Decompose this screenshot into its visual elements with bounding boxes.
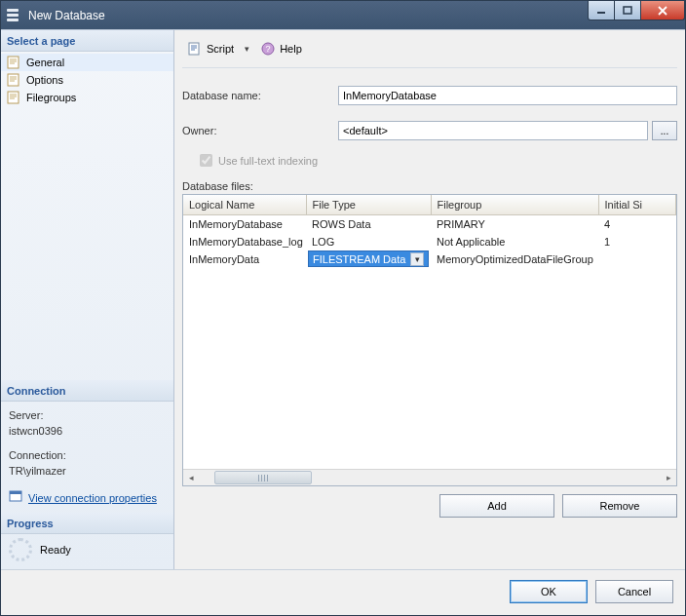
toolbar: Script ▾ ? Help (182, 36, 677, 67)
ok-button[interactable]: OK (510, 580, 588, 603)
filetype-dropdown[interactable]: FILESTREAM Data ▾ (308, 250, 429, 267)
page-icon (7, 91, 22, 104)
progress-header: Progress (1, 513, 173, 534)
database-files-label: Database files: (182, 180, 677, 192)
chevron-down-icon[interactable]: ▾ (410, 252, 424, 266)
new-database-window: New Database Select a page General Optio… (0, 0, 686, 616)
select-page-header: Select a page (1, 30, 173, 52)
dialog-footer: OK Cancel (1, 569, 685, 615)
page-icon (7, 73, 22, 87)
svg-rect-1 (624, 7, 631, 14)
progress-status: Ready (40, 544, 71, 556)
maximize-button[interactable] (614, 1, 641, 20)
svg-rect-0 (597, 12, 605, 14)
svg-rect-3 (8, 74, 19, 86)
script-button[interactable]: Script (182, 38, 239, 59)
sidebar-item-label: General (26, 57, 64, 68)
server-label: Server: (9, 407, 166, 424)
sidebar-item-general[interactable]: General (1, 54, 173, 71)
scroll-thumb[interactable] (214, 471, 312, 484)
sidebar-item-options[interactable]: Options (1, 71, 173, 89)
table-row[interactable]: InMemoryDatabase ROWS Data PRIMARY 4 (183, 215, 676, 233)
scroll-right-arrow[interactable]: ▸ (661, 470, 676, 485)
sidebar-item-label: Filegroups (26, 92, 76, 103)
window-title: New Database (28, 9, 589, 22)
sidebar: Select a page General Options Filegroups… (1, 30, 174, 569)
cancel-button[interactable]: Cancel (595, 580, 673, 603)
svg-rect-6 (10, 491, 21, 494)
col-logical-name[interactable]: Logical Name (183, 195, 306, 214)
window-controls (589, 1, 685, 20)
script-dropdown-arrow[interactable]: ▾ (241, 44, 253, 54)
owner-input[interactable] (338, 121, 648, 140)
properties-icon (9, 489, 24, 508)
remove-button[interactable]: Remove (562, 494, 677, 518)
connection-header: Connection (1, 380, 173, 402)
page-icon (7, 56, 22, 69)
svg-rect-2 (8, 57, 19, 68)
table-row[interactable]: InMemoryData FILESTREAM Data ▾ MemoryOpt… (183, 250, 676, 268)
col-filegroup[interactable]: Filegroup (431, 195, 598, 214)
scroll-left-arrow[interactable]: ◂ (183, 470, 199, 485)
help-icon: ? (260, 41, 276, 57)
col-file-type[interactable]: File Type (306, 195, 431, 214)
view-connection-properties-link[interactable]: View connection properties (9, 489, 166, 508)
minimize-button[interactable] (588, 1, 615, 20)
close-button[interactable] (640, 1, 685, 20)
sidebar-item-label: Options (26, 74, 63, 86)
server-value: istwcn0396 (9, 423, 166, 440)
help-button[interactable]: ? Help (255, 38, 307, 59)
dbname-label: Database name: (182, 90, 338, 101)
fulltext-checkbox (200, 154, 212, 167)
owner-browse-button[interactable]: ... (652, 121, 677, 140)
table-row[interactable]: InMemoryDatabase_log LOG Not Applicable … (183, 233, 676, 250)
dbname-input[interactable] (338, 86, 677, 105)
database-files-grid[interactable]: Logical Name File Type Filegroup Initial… (182, 194, 677, 486)
horizontal-scrollbar[interactable]: ◂ ▸ (183, 469, 676, 485)
fulltext-label: Use full-text indexing (218, 155, 318, 167)
svg-rect-4 (8, 92, 19, 103)
connection-info: Server: istwcn0396 Connection: TR\yilmaz… (1, 402, 173, 514)
add-button[interactable]: Add (439, 494, 554, 518)
app-icon (7, 8, 22, 23)
owner-label: Owner: (182, 125, 338, 136)
connection-value: TR\yilmazer (9, 463, 166, 480)
col-initial-size[interactable]: Initial Si (598, 195, 676, 214)
titlebar[interactable]: New Database (1, 1, 685, 29)
svg-rect-7 (189, 43, 199, 55)
svg-text:?: ? (266, 44, 271, 54)
progress-spinner-icon (9, 538, 32, 561)
main-panel: Script ▾ ? Help Database name: Owner: ..… (174, 30, 685, 569)
script-icon (187, 41, 203, 57)
connection-label: Connection: (9, 447, 166, 464)
sidebar-item-filegroups[interactable]: Filegroups (1, 89, 173, 106)
